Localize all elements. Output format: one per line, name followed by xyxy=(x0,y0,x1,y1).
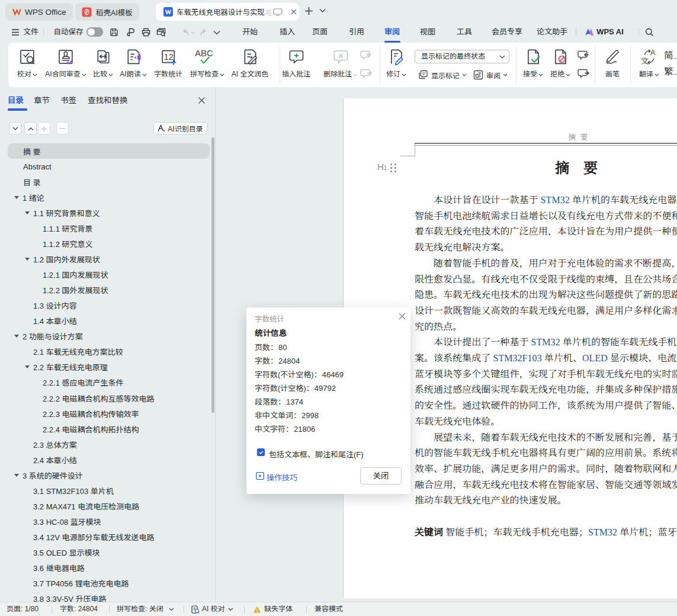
svg-text:12: 12 xyxy=(163,52,173,61)
svg-text:A: A xyxy=(650,49,656,57)
svg-text:文: 文 xyxy=(641,55,649,65)
svg-text:ABC: ABC xyxy=(195,48,213,58)
